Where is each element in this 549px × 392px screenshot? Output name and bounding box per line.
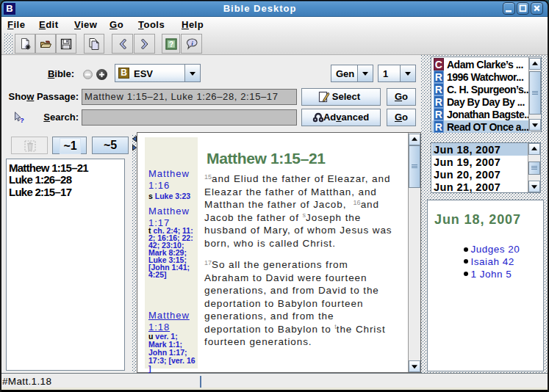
svg-text:?: ? <box>168 40 173 48</box>
